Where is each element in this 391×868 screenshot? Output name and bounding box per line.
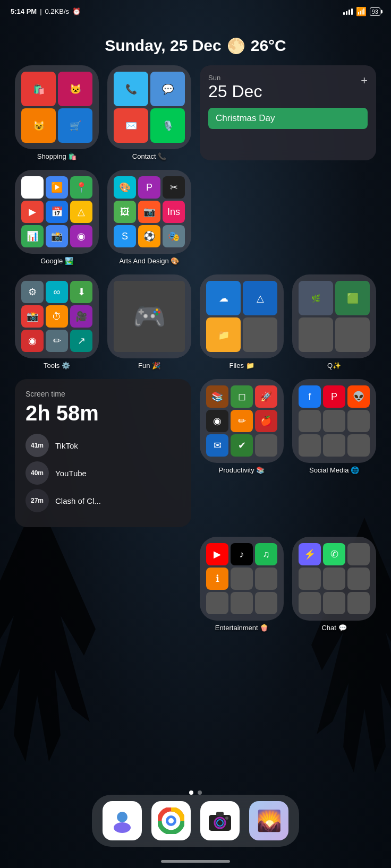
productivity-folder-icon[interactable]: 📚 ◻ 🚀 ◉ ✏ 🍎 ✉ ✔ bbox=[200, 379, 284, 463]
screen-time-circle-1: 41m bbox=[26, 434, 49, 457]
arts-design-folder-icon[interactable]: 🎨 P ✂ 🖼 📷 Ins S ⚽ 🎭 bbox=[107, 170, 191, 254]
google-folder-icon[interactable]: G ▶️ 📍 ▶ 📅 △ 📊 📸 ◉ bbox=[15, 170, 99, 254]
screen-time-widget[interactable]: Screen time 2h 58m 41m TikTok 40m YouTub… bbox=[15, 379, 191, 527]
contact-folder[interactable]: 📞 💬 ✉️ 🎙️ Contact 📞 bbox=[107, 65, 191, 160]
app-mini-ent6 bbox=[255, 568, 277, 590]
calendar-event[interactable]: Christmas Day bbox=[208, 108, 368, 129]
app-mini-soc8 bbox=[323, 434, 345, 457]
google-folder[interactable]: G ▶️ 📍 ▶ 📅 △ 📊 📸 ◉ Google 🏞️ bbox=[15, 170, 99, 265]
app-mini-ent5 bbox=[231, 568, 253, 590]
app-mini-prod1: 📚 bbox=[206, 385, 228, 408]
fun-folder[interactable]: 🎮 Fun 🎉 bbox=[107, 274, 191, 369]
app-mini-ent7 bbox=[206, 592, 228, 614]
ai-chat-folder[interactable]: 🌿 🟩 Q✨ bbox=[292, 274, 376, 369]
dock-photos[interactable]: 🌄 bbox=[249, 801, 288, 840]
chat-folder-icon[interactable]: ⚡ ✆ bbox=[292, 537, 376, 621]
shopping-folder[interactable]: 🛍️ 🐱 😺 🛒 Shopping 🛍️ bbox=[15, 65, 99, 160]
app-mini-gmail: ✉️ bbox=[114, 108, 148, 143]
calendar-day: 25 Dec bbox=[208, 82, 262, 101]
chat-label: Chat 💬 bbox=[321, 624, 346, 632]
signal-bar-2 bbox=[346, 11, 347, 15]
svg-point-5 bbox=[168, 818, 174, 823]
contact-folder-icon[interactable]: 📞 💬 ✉️ 🎙️ bbox=[107, 65, 191, 149]
calendar-widget[interactable]: Sun 25 Dec + Christmas Day bbox=[200, 65, 376, 160]
dock-camera[interactable] bbox=[200, 801, 240, 840]
battery-level: 93 bbox=[372, 8, 378, 15]
arts-design-folder[interactable]: 🎨 P ✂ 🖼 📷 Ins S ⚽ 🎭 Arts And Design 🎨 bbox=[107, 170, 191, 265]
app-mini-tool7: ◉ bbox=[21, 330, 44, 352]
app-mini-tool5: ⏱ bbox=[46, 305, 68, 328]
screen-time-appname-3: Clash of Cl... bbox=[55, 496, 101, 505]
calendar-add-button[interactable]: + bbox=[361, 74, 368, 88]
shopping-folder-icon[interactable]: 🛍️ 🐱 😺 🛒 bbox=[15, 65, 99, 149]
app-mini-gplay: ▶️ bbox=[46, 176, 68, 199]
app-mini-other: 🛒 bbox=[58, 108, 92, 143]
app-mini-ent8 bbox=[231, 592, 253, 614]
app-mini-art9: 🎭 bbox=[163, 225, 185, 247]
svg-rect-7 bbox=[216, 812, 224, 816]
app-mini-chat8 bbox=[323, 592, 345, 614]
svg-point-0 bbox=[117, 812, 128, 822]
app-mini-prod7: ✉ bbox=[206, 434, 228, 457]
files-folder[interactable]: ☁ △ 📁 Files 📁 bbox=[200, 274, 284, 369]
app-mini-files2: △ bbox=[243, 281, 277, 315]
app-mini-ent4: ℹ bbox=[206, 568, 228, 590]
entertainment-folder[interactable]: ▶ ♪ ♫ ℹ Entertainment 🍿 bbox=[200, 537, 284, 632]
entertainment-label: Entertainment 🍿 bbox=[215, 624, 269, 632]
app-mini-tool4: 📸 bbox=[21, 305, 44, 328]
wifi-icon: 📶 bbox=[356, 6, 367, 16]
app-mini-art4: 🖼 bbox=[114, 201, 136, 223]
signal-bars bbox=[343, 8, 353, 15]
status-left: 5:14 PM | 0.2KB/s ⏰ bbox=[11, 7, 81, 15]
tools-folder-icon[interactable]: ⚙ ∞ ⬇ 📸 ⏱ 🎥 ◉ ✏ ↗ bbox=[15, 274, 99, 358]
social-media-folder-icon[interactable]: f P 👽 bbox=[292, 379, 376, 463]
app-mini-messages: 💬 bbox=[150, 72, 185, 106]
google-label: Google 🏞️ bbox=[40, 257, 73, 265]
chat-folder[interactable]: ⚡ ✆ Chat 💬 bbox=[292, 537, 376, 632]
app-mini-gcam: 📸 bbox=[46, 225, 68, 247]
app-mini-art5: 📷 bbox=[138, 201, 160, 223]
app-mini-prod8: ✔ bbox=[231, 434, 253, 457]
app-mini-tool9: ↗ bbox=[70, 330, 92, 352]
fun-folder-icon[interactable]: 🎮 bbox=[107, 274, 191, 358]
dock-chrome[interactable] bbox=[151, 801, 191, 840]
app-mini-messenger: ⚡ bbox=[299, 543, 321, 565]
app-mini-soc9 bbox=[347, 434, 370, 457]
home-indicator[interactable] bbox=[161, 860, 230, 863]
app-mini-chat6 bbox=[347, 568, 370, 590]
dock-contacts[interactable] bbox=[103, 801, 142, 840]
app-mini-pinterest: P bbox=[323, 385, 345, 408]
screen-time-app-3: 27m Clash of Cl... bbox=[26, 489, 181, 512]
app-mini-art7: S bbox=[114, 225, 136, 247]
app-mini-chat4 bbox=[299, 568, 321, 590]
tools-folder[interactable]: ⚙ ∞ ⬇ 📸 ⏱ 🎥 ◉ ✏ ↗ Tools ⚙️ bbox=[15, 274, 99, 369]
tools-label: Tools ⚙️ bbox=[44, 362, 70, 369]
files-folder-icon[interactable]: ☁ △ 📁 bbox=[200, 274, 284, 358]
productivity-folder[interactable]: 📚 ◻ 🚀 ◉ ✏ 🍎 ✉ ✔ Productivity 📚 bbox=[200, 379, 284, 474]
app-mini-prod2: ◻ bbox=[231, 385, 253, 408]
app-mini-gdrive: △ bbox=[70, 201, 92, 223]
contact-label: Contact 📞 bbox=[132, 152, 166, 160]
status-bar: 5:14 PM | 0.2KB/s ⏰ 📶 93 bbox=[0, 0, 391, 21]
page-dot-1[interactable] bbox=[189, 790, 193, 795]
weather-icon: 🌕 bbox=[227, 37, 245, 55]
fun-label: Fun 🎉 bbox=[138, 362, 160, 369]
app-mini-chat9 bbox=[347, 592, 370, 614]
photos-icon: 🌄 bbox=[257, 809, 282, 832]
page-dot-2[interactable] bbox=[198, 790, 202, 795]
app-mini-ai4 bbox=[335, 317, 370, 352]
ai-chat-folder-icon[interactable]: 🌿 🟩 bbox=[292, 274, 376, 358]
date-weather-widget: Sunday, 25 Dec 🌕 26°C bbox=[0, 21, 391, 65]
network-speed-value: 0.2KB/s bbox=[45, 7, 70, 15]
social-media-folder[interactable]: f P 👽 Social Media 🌐 bbox=[292, 379, 376, 474]
entertainment-folder-icon[interactable]: ▶ ♪ ♫ ℹ bbox=[200, 537, 284, 621]
calendar-month: Sun bbox=[208, 74, 262, 82]
app-mini-phone: 📞 bbox=[114, 72, 148, 106]
signal-bar-3 bbox=[348, 10, 350, 15]
svg-point-1 bbox=[114, 822, 131, 833]
app-mini-calendar2: 📅 bbox=[46, 201, 68, 223]
signal-bar-1 bbox=[343, 12, 345, 15]
app-mini-spotify: ♫ bbox=[255, 543, 277, 565]
productivity-label: Productivity 📚 bbox=[219, 466, 265, 474]
screen-time-label: Screen time bbox=[26, 390, 181, 398]
